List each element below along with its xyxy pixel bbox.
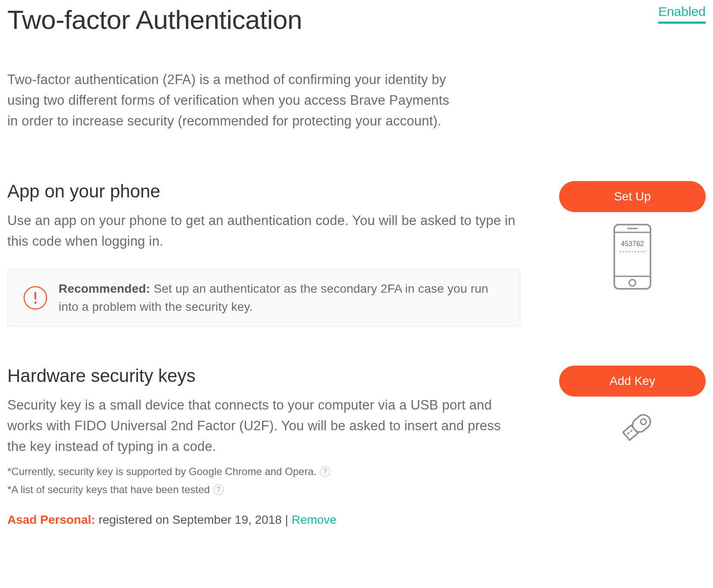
phone-icon: 453762 <box>613 223 652 292</box>
usb-key-icon <box>609 408 656 453</box>
hardware-section-title: Hardware security keys <box>7 366 520 386</box>
hardware-section: Hardware security keys Security key is a… <box>7 366 706 527</box>
svg-rect-1 <box>34 292 36 300</box>
setup-button[interactable]: Set Up <box>559 181 706 212</box>
svg-point-11 <box>640 418 647 425</box>
svg-point-2 <box>34 302 36 304</box>
svg-text:453762: 453762 <box>621 240 644 247</box>
page-description: Two-factor authentication (2FA) is a met… <box>7 69 460 131</box>
app-section-description: Use an app on your phone to get an authe… <box>7 210 520 252</box>
footnote-browser-support: *Currently, security key is supported by… <box>7 466 520 478</box>
registered-info: registered on September 19, 2018 | <box>95 513 292 526</box>
hardware-section-description: Security key is a small device that conn… <box>7 395 520 457</box>
svg-point-7 <box>629 280 636 286</box>
svg-line-14 <box>631 430 632 432</box>
app-section: App on your phone Use an app on your pho… <box>7 181 706 327</box>
svg-rect-12 <box>623 425 638 440</box>
footnote-tested-keys: *A list of security keys that have been … <box>7 484 520 496</box>
info-text: Recommended: Set up an authenticator as … <box>59 280 504 316</box>
registered-key-name: Asad Personal: <box>7 513 95 526</box>
help-icon[interactable]: ? <box>320 466 330 477</box>
registered-key-line: Asad Personal: registered on September 1… <box>7 513 520 527</box>
status-badge: Enabled <box>658 4 706 24</box>
add-key-button[interactable]: Add Key <box>559 366 706 397</box>
page-title: Two-factor Authentication <box>7 4 302 35</box>
info-box: Recommended: Set up an authenticator as … <box>7 269 520 327</box>
app-section-title: App on your phone <box>7 181 520 202</box>
svg-line-13 <box>628 433 629 434</box>
footnote-text-1: *Currently, security key is supported by… <box>7 466 316 478</box>
info-label-strong: Recommended: <box>59 282 150 295</box>
alert-icon <box>23 286 47 310</box>
remove-link[interactable]: Remove <box>291 513 336 526</box>
help-icon[interactable]: ? <box>213 485 224 495</box>
page-header: Two-factor Authentication Enabled <box>7 4 706 35</box>
footnote-text-2: *A list of security keys that have been … <box>7 484 210 496</box>
